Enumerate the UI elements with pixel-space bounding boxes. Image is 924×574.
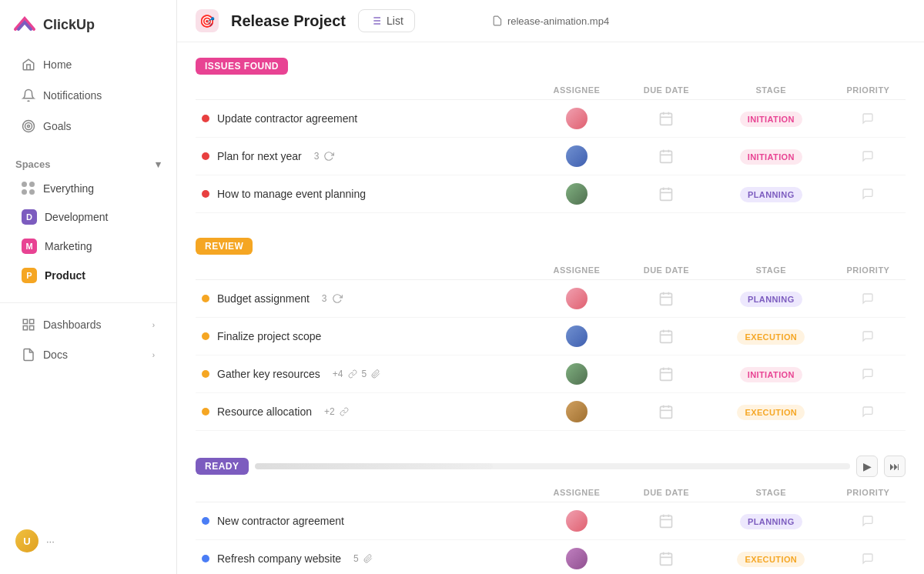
spaces-header: Spaces ▾ xyxy=(0,154,176,175)
dashboards-icon xyxy=(22,318,35,332)
task-label: New contractor agreement xyxy=(217,515,344,527)
priority-icon xyxy=(862,330,874,342)
user-avatar-area[interactable]: U ··· xyxy=(0,520,176,562)
ready-badge: READY xyxy=(196,458,249,475)
stage-badge: INITIATION xyxy=(740,149,802,165)
app-name: ClickUp xyxy=(43,17,95,33)
nav-dashboards[interactable]: Dashboards › xyxy=(6,310,170,339)
marketing-badge: M xyxy=(22,239,37,254)
col-priority-header: PRIORITY xyxy=(831,483,906,502)
ready-table-header: ASSIGNEE DUE DATE STAGE PRIORITY xyxy=(196,483,906,502)
list-view-icon xyxy=(370,15,382,27)
dashboards-arrow-icon: › xyxy=(152,321,155,329)
calendar-icon xyxy=(658,551,674,566)
table-row[interactable]: Finalize project scope EXECUTION xyxy=(196,318,906,355)
task-dot xyxy=(202,408,209,415)
calendar-icon xyxy=(658,404,674,419)
nav-home[interactable]: Home xyxy=(6,50,170,79)
section-review: REVIEW ASSIGNEE DUE DATE STAGE PRIORITY … xyxy=(196,238,906,431)
extras-count: +4 xyxy=(333,369,343,379)
task-dot xyxy=(202,152,209,160)
section-issues: ISSUES FOUND ASSIGNEE DUE DATE STAGE PRI… xyxy=(196,58,906,213)
priority-icon xyxy=(862,112,874,125)
assignee-avatar xyxy=(566,363,588,385)
stage-badge: EXECUTION xyxy=(737,552,805,567)
nav-docs[interactable]: Docs › xyxy=(6,340,170,369)
table-row[interactable]: Refresh company website5 EXECUTION xyxy=(196,540,906,575)
sidebar-item-product[interactable]: P Product xyxy=(6,262,170,289)
svg-rect-5 xyxy=(30,326,34,330)
space-marketing-label: Marketing xyxy=(45,240,92,252)
assignee-avatar xyxy=(566,145,588,167)
col-duedate-header: DUE DATE xyxy=(621,483,711,502)
spaces-collapse-icon[interactable]: ▾ xyxy=(156,159,161,170)
task-label: Finalize project scope xyxy=(217,330,321,342)
review-badge: REVIEW xyxy=(196,238,253,255)
sidebar-item-development[interactable]: D Development xyxy=(6,203,170,231)
task-dot xyxy=(202,517,209,525)
nav-goals[interactable]: Goals xyxy=(6,112,170,141)
refresh-icon xyxy=(323,151,334,162)
svg-rect-45 xyxy=(661,553,672,565)
view-toggle-list[interactable]: List xyxy=(358,9,415,32)
stage-badge: INITIATION xyxy=(740,367,802,382)
table-row[interactable]: How to manage event planning PLANNING xyxy=(196,175,906,213)
nav-notifications[interactable]: Notifications xyxy=(6,81,170,110)
col-task-header xyxy=(196,261,532,280)
fast-forward-button[interactable]: ⏭ xyxy=(884,456,906,477)
refresh-icon xyxy=(332,293,343,304)
calendar-icon xyxy=(658,291,674,306)
review-table-header: ASSIGNEE DUE DATE STAGE PRIORITY xyxy=(196,261,906,280)
table-row[interactable]: Gather key resources+4 5 INITIATION xyxy=(196,355,906,393)
task-label: Gather key resources xyxy=(217,368,320,380)
task-label: Refresh company website xyxy=(217,552,341,565)
task-dot xyxy=(202,115,209,122)
user-avatar: U xyxy=(15,529,38,552)
col-duedate-header: DUE DATE xyxy=(621,81,711,100)
extras-count: 3 xyxy=(322,293,327,304)
svg-rect-17 xyxy=(661,151,672,162)
table-row[interactable]: Plan for next year3 INITIATION xyxy=(196,138,906,175)
topbar-filename: release-animation.mp4 xyxy=(492,15,609,27)
attach-count: 5 xyxy=(362,369,367,379)
clickup-logo-icon xyxy=(12,12,37,37)
project-title: Release Project xyxy=(231,12,346,30)
assignee-avatar xyxy=(566,288,588,309)
bell-icon xyxy=(22,88,35,102)
svg-rect-37 xyxy=(661,406,672,418)
nav-docs-label: Docs xyxy=(43,349,68,361)
stage-badge: INITIATION xyxy=(740,112,802,127)
svg-point-1 xyxy=(25,123,32,130)
table-row[interactable]: Resource allocation+2 EXECUTION xyxy=(196,393,906,431)
view-label: List xyxy=(387,15,403,27)
calendar-icon xyxy=(658,366,674,382)
task-extras: +2 xyxy=(324,406,349,417)
calendar-icon xyxy=(658,149,674,164)
table-row[interactable]: Budget assignment3 PLANNING xyxy=(196,280,906,318)
col-assignee-header: ASSIGNEE xyxy=(532,261,621,280)
task-label: Plan for next year xyxy=(217,150,302,162)
content-area: ISSUES FOUND ASSIGNEE DUE DATE STAGE PRI… xyxy=(177,42,924,574)
svg-point-2 xyxy=(28,125,30,128)
table-row[interactable]: New contractor agreement PLANNING xyxy=(196,502,906,540)
col-assignee-header: ASSIGNEE xyxy=(532,483,621,502)
nav-notifications-label: Notifications xyxy=(43,89,102,102)
logo[interactable]: ClickUp xyxy=(0,12,176,49)
table-row[interactable]: Update contractor agreement INITIATION xyxy=(196,100,906,138)
sidebar-item-everything[interactable]: Everything xyxy=(6,175,170,202)
filename-text: release-animation.mp4 xyxy=(507,15,609,27)
user-name-label: ··· xyxy=(46,536,55,547)
home-icon xyxy=(22,58,35,72)
calendar-icon xyxy=(658,111,674,126)
task-extras: +4 5 xyxy=(333,369,380,379)
sidebar-item-marketing[interactable]: M Marketing xyxy=(6,232,170,260)
stage-badge: PLANNING xyxy=(740,292,802,307)
task-label: Update contractor agreement xyxy=(217,112,357,125)
col-priority-header: PRIORITY xyxy=(831,81,906,100)
play-button[interactable]: ▶ xyxy=(856,456,878,477)
svg-rect-6 xyxy=(23,326,27,330)
section-ready: READY ▶ ⏭ ASSIGNEE DUE DATE STAGE PRIORI… xyxy=(196,456,906,574)
svg-rect-33 xyxy=(661,369,672,380)
task-dot xyxy=(202,332,209,340)
col-stage-header: STAGE xyxy=(711,261,831,280)
